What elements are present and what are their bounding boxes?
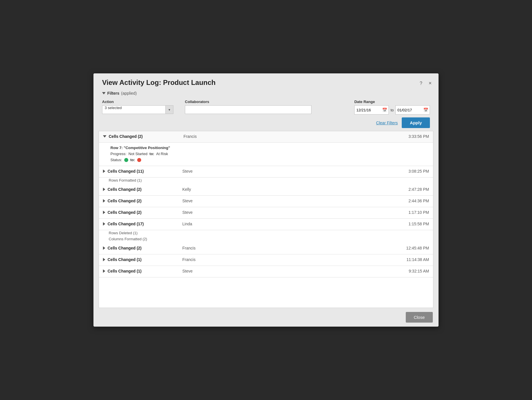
log-collaborator-9: Steve xyxy=(182,269,392,273)
log-toggle-4[interactable] xyxy=(103,199,105,203)
status-to-dot-1 xyxy=(137,158,141,162)
modal-overlay: View Activity Log: Product Launch ? × Fi… xyxy=(82,65,450,335)
log-time-8: 11:14:38 AM xyxy=(392,257,429,262)
log-action-9: Cells Changed (1) xyxy=(108,269,182,273)
log-entry-8: Cells Changed (1) Francis 11:14:38 AM xyxy=(99,254,433,266)
activity-log-modal: View Activity Log: Product Launch ? × Fi… xyxy=(93,73,439,327)
date-range-filter-group: Date Range 📅 to 📅 xyxy=(354,100,430,115)
filter-controls-row: Action 3 selected ▼ Collaborators Date R… xyxy=(102,100,430,115)
close-icon-button[interactable]: × xyxy=(427,80,433,87)
log-action-6: Cells Changed (17) xyxy=(108,222,182,226)
log-row-8-main: Cells Changed (1) Francis 11:14:38 AM xyxy=(103,257,429,262)
log-toggle-9[interactable] xyxy=(103,269,105,273)
log-detail-1: Row 7: "Competitive Positioning" Progres… xyxy=(99,143,433,166)
date-to-wrapper: 📅 xyxy=(395,105,430,115)
log-entry-1: Cells Changed (2) Francis 3:33:56 PM Row… xyxy=(99,131,433,166)
action-filter-group: Action 3 selected ▼ xyxy=(102,100,173,114)
date-range-label: Date Range xyxy=(354,100,430,104)
log-toggle-2[interactable] xyxy=(103,169,105,173)
log-sub-action-2: Rows Formatted (1) xyxy=(103,178,178,182)
date-from-wrapper: 📅 xyxy=(354,105,389,115)
filter-actions: Clear Filters Apply xyxy=(102,117,430,128)
log-collaborator-5: Steve xyxy=(182,210,392,215)
log-time-2: 3:08:25 PM xyxy=(392,169,429,174)
log-row-2: Cells Changed (11) Steve 3:08:25 PM xyxy=(99,166,433,178)
collaborators-filter-group: Collaborators xyxy=(185,100,311,114)
log-entry-9: Cells Changed (1) Steve 9:32:15 AM xyxy=(99,266,433,277)
log-row-4-main: Cells Changed (2) Steve 2:44:36 PM xyxy=(103,199,429,203)
log-time-7: 12:45:48 PM xyxy=(392,246,429,250)
date-to-label: to xyxy=(391,108,394,112)
log-toggle-8[interactable] xyxy=(103,258,105,261)
log-toggle-6[interactable] xyxy=(103,222,105,226)
modal-footer: Close xyxy=(93,308,439,327)
collaborators-filter-label: Collaborators xyxy=(185,100,311,104)
log-toggle-7[interactable] xyxy=(103,246,105,250)
log-row-3-main: Cells Changed (2) Kelly 2:47:28 PM xyxy=(103,187,429,192)
date-to-input[interactable] xyxy=(396,106,422,114)
log-action-3: Cells Changed (2) xyxy=(108,187,182,192)
log-action-7: Cells Changed (2) xyxy=(108,246,182,250)
date-range-inputs: 📅 to 📅 xyxy=(354,105,430,115)
log-collaborator-3: Kelly xyxy=(182,187,392,192)
action-select-wrapper: 3 selected ▼ xyxy=(102,105,173,114)
apply-button[interactable]: Apply xyxy=(402,117,430,128)
activity-log-list: Cells Changed (2) Francis 3:33:56 PM Row… xyxy=(99,131,433,308)
log-time-9: 9:32:15 AM xyxy=(392,269,429,273)
log-detail-status-1: Status: to: xyxy=(110,157,429,163)
filters-section: Filters (applied) Action 3 selected ▼ Co… xyxy=(93,87,439,131)
log-collaborator-2: Steve xyxy=(182,169,392,174)
log-sub-row-6a: Rows Deleted (1) xyxy=(99,230,433,237)
log-collaborator-4: Steve xyxy=(182,199,392,203)
log-row-9-main: Cells Changed (1) Steve 9:32:15 AM xyxy=(103,269,429,273)
log-sub-action-6a: Rows Deleted (1) xyxy=(103,231,178,235)
log-toggle-1[interactable] xyxy=(103,135,106,138)
log-entry-5: Cells Changed (2) Steve 1:17:10 PM xyxy=(99,207,433,219)
log-detail-progress-1: Progress: Not Started to: At Risk xyxy=(110,151,429,157)
action-select-value[interactable]: 3 selected xyxy=(102,105,165,114)
log-row-1-main: Cells Changed (2) Francis 3:33:56 PM xyxy=(103,134,429,139)
log-action-8: Cells Changed (1) xyxy=(108,257,182,262)
help-button[interactable]: ? xyxy=(419,80,424,87)
log-collaborator-7: Francis xyxy=(182,246,392,250)
log-row-5-main: Cells Changed (2) Steve 1:17:10 PM xyxy=(103,210,429,215)
log-time-4: 2:44:36 PM xyxy=(392,199,429,203)
modal-controls: ? × xyxy=(419,79,433,87)
calendar-from-icon[interactable]: 📅 xyxy=(380,106,389,114)
log-row-1: Cells Changed (2) Francis 3:33:56 PM xyxy=(99,131,433,143)
log-toggle-3[interactable] xyxy=(103,188,105,191)
log-row-2-main: Cells Changed (11) Steve 3:08:25 PM xyxy=(103,169,429,174)
filters-collapse-icon[interactable] xyxy=(102,92,106,94)
log-sub-action-6b: Columns Formatted (2) xyxy=(103,237,178,241)
log-row-7-main: Cells Changed (2) Francis 12:45:48 PM xyxy=(103,246,429,250)
log-action-2: Cells Changed (11) xyxy=(108,169,182,174)
log-entry-4: Cells Changed (2) Steve 2:44:36 PM xyxy=(99,196,433,207)
filters-label: Filters xyxy=(107,91,119,96)
log-collaborator-1: Francis xyxy=(183,134,392,139)
log-toggle-5[interactable] xyxy=(103,211,105,214)
collaborators-input[interactable] xyxy=(185,105,311,114)
modal-header: View Activity Log: Product Launch ? × xyxy=(93,73,439,87)
calendar-to-icon[interactable]: 📅 xyxy=(422,106,430,114)
log-sub-row-2: Rows Formatted (1) xyxy=(99,178,433,184)
filters-applied-text: (applied) xyxy=(121,91,137,96)
filters-header: Filters (applied) xyxy=(102,91,430,96)
log-entry-6: Cells Changed (17) Linda 1:15:58 PM Rows… xyxy=(99,219,433,243)
action-filter-label: Action xyxy=(102,100,173,104)
action-dropdown-button[interactable]: ▼ xyxy=(165,105,173,114)
log-sub-row-6b: Columns Formatted (2) xyxy=(99,237,433,243)
log-row-6-main: Cells Changed (17) Linda 1:15:58 PM xyxy=(103,222,429,226)
close-button[interactable]: Close xyxy=(406,312,433,323)
log-time-1: 3:33:56 PM xyxy=(392,134,429,139)
log-time-3: 2:47:28 PM xyxy=(392,187,429,192)
log-action-5: Cells Changed (2) xyxy=(108,210,182,215)
log-time-6: 1:15:58 PM xyxy=(392,222,429,226)
log-action-1: Cells Changed (2) xyxy=(109,134,183,139)
log-entry-2: Cells Changed (11) Steve 3:08:25 PM Rows… xyxy=(99,166,433,184)
log-row-6: Cells Changed (17) Linda 1:15:58 PM xyxy=(99,219,433,230)
log-entry-7: Cells Changed (2) Francis 12:45:48 PM xyxy=(99,243,433,254)
log-collaborator-8: Francis xyxy=(182,257,392,262)
clear-filters-button[interactable]: Clear Filters xyxy=(376,121,398,125)
date-from-input[interactable] xyxy=(355,106,380,114)
modal-title: View Activity Log: Product Launch xyxy=(102,79,216,87)
